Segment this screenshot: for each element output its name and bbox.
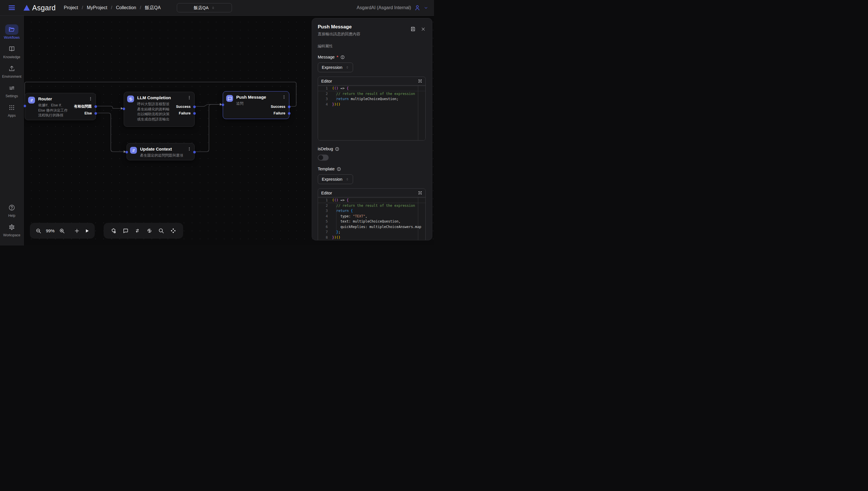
output-port[interactable] <box>288 106 291 108</box>
expand-icon[interactable] <box>418 191 422 195</box>
panel-subtitle: 直接輸出訊息的回應內容 <box>318 32 360 37</box>
book-icon <box>5 44 18 54</box>
chevron-updown-icon <box>211 6 215 10</box>
node-title: Push Message <box>236 95 266 99</box>
input-port[interactable] <box>123 108 125 110</box>
breadcrumb-item[interactable]: Collection <box>116 5 136 10</box>
sidebar-item-label: Knowledge <box>3 55 20 59</box>
message-field-label: Message * <box>318 55 426 59</box>
info-icon[interactable] <box>341 55 345 59</box>
code-line: 7 }; <box>318 229 425 235</box>
breadcrumb-item[interactable]: MyProject <box>87 5 107 10</box>
node-description: 產生固定的追問問題與選項 <box>140 153 195 158</box>
node-title: LLM Completion <box>137 95 171 100</box>
upload-icon <box>5 63 18 74</box>
run-button[interactable] <box>84 228 89 233</box>
sidebar-item-apps[interactable]: Apps <box>5 103 18 118</box>
breadcrumb-separator: / <box>82 5 83 10</box>
sliders-icon <box>5 83 18 93</box>
isdebug-toggle[interactable] <box>318 154 329 161</box>
isdebug-field-label: isDebug <box>318 147 426 151</box>
add-button[interactable] <box>74 228 80 234</box>
sidebar-item-help[interactable]: Help <box>5 202 18 218</box>
output-port-label: Else <box>84 111 92 115</box>
search-icon[interactable] <box>158 228 164 234</box>
sidebar-item-settings[interactable]: Settings <box>5 83 18 98</box>
input-port[interactable] <box>24 105 26 107</box>
chat-outline-icon[interactable] <box>123 228 129 234</box>
asgard-logo-icon <box>24 5 30 10</box>
sidebar-item-workflows[interactable]: Workflows <box>4 24 20 39</box>
node-title: Update Context <box>140 147 172 151</box>
output-port-label: 有相似問題 <box>74 104 92 109</box>
kebab-menu-icon[interactable] <box>187 95 192 101</box>
chevron-updown-icon <box>346 66 349 69</box>
node-description: 追問 <box>236 101 276 107</box>
chevron-updown-icon <box>346 177 349 181</box>
gear-icon <box>5 222 18 232</box>
template-expression-editor[interactable]: Editor 1(() => {2 // return the result o… <box>318 189 426 240</box>
account-name: AsgardAI (Asgard Internal) <box>357 5 411 10</box>
sidebar-item-label: Help <box>8 214 16 218</box>
code-line: 1(() => { <box>318 198 425 203</box>
top-navbar: Asgard Project/MyProject/Collection/飯店QA… <box>0 0 434 16</box>
menu-icon[interactable] <box>9 5 15 10</box>
zoom-out-button[interactable] <box>35 228 41 234</box>
node-add-icon[interactable] <box>110 228 116 234</box>
swap-icon <box>28 97 35 104</box>
sidebar-item-label: Apps <box>8 114 16 118</box>
workflow-select[interactable]: 飯店QA <box>177 3 232 12</box>
swap-arrows-icon[interactable] <box>134 228 140 234</box>
output-port[interactable] <box>193 112 196 115</box>
chat-icon <box>226 95 233 102</box>
breadcrumb-separator: / <box>140 5 141 10</box>
output-port-label: Failure <box>274 111 285 115</box>
message-type-select[interactable]: Expression <box>318 62 353 72</box>
kebab-menu-icon[interactable] <box>187 147 192 152</box>
sidebar-item-environment[interactable]: Environment <box>2 63 21 79</box>
editor-title: Editor <box>321 79 332 83</box>
sidebar-item-label: Settings <box>5 94 18 98</box>
save-icon[interactable] <box>410 26 416 32</box>
sidebar-item-label: Workspace <box>3 233 20 237</box>
move-diamonds-icon[interactable] <box>170 228 176 234</box>
node-description: 呼叫大型語言模型並產生結構化的資料輸出以輔助流程的決策或生成自然語言輸出 <box>137 102 172 122</box>
expand-icon[interactable] <box>418 79 422 83</box>
output-port[interactable] <box>193 151 196 153</box>
sidebar-item-workspace[interactable]: Workspace <box>3 222 20 237</box>
kebab-menu-icon[interactable] <box>88 96 93 103</box>
template-type-select[interactable]: Expression <box>318 174 353 184</box>
help-icon <box>5 202 18 213</box>
node-detail-panel: Push Message 直接輸出訊息的回應內容 編輯屬性 Message * … <box>312 18 432 240</box>
workflow-node-update-context[interactable]: Update Context產生固定的追問問題與選項 <box>127 143 195 160</box>
input-port[interactable] <box>222 104 224 106</box>
code-area[interactable]: 1(() => {2 // return the result of the e… <box>318 197 425 240</box>
code-line: 4})() <box>318 102 425 107</box>
workflow-node-llm-completion[interactable]: LLM Completion呼叫大型語言模型並產生結構化的資料輸出以輔助流程的決… <box>124 92 195 127</box>
output-port[interactable] <box>193 106 196 108</box>
sidebar-item-knowledge[interactable]: Knowledge <box>3 44 20 59</box>
breadcrumb-item[interactable]: 飯店QA <box>145 5 161 11</box>
chevron-down-icon[interactable] <box>424 5 428 10</box>
message-expression-editor[interactable]: Editor 1(() => {2 // return the result o… <box>318 77 426 141</box>
zoom-in-button[interactable] <box>59 228 65 234</box>
workflow-node-router[interactable]: Router依據If、Else If、Else 條件決定工作流程執行的路徑有相似… <box>25 93 96 120</box>
code-line: 1(() => { <box>318 86 425 91</box>
code-area[interactable]: 1(() => {2 // return the result of the e… <box>318 85 425 140</box>
person-icon[interactable] <box>414 4 421 11</box>
input-port[interactable] <box>126 151 128 153</box>
brand-name: Asgard <box>32 4 56 12</box>
output-port[interactable] <box>288 112 291 115</box>
asgard-workflow-editor: Asgard Project/MyProject/Collection/飯店QA… <box>0 0 434 246</box>
info-icon[interactable] <box>335 147 339 151</box>
workflow-node-push-message[interactable]: Push Message追問SuccessFailure <box>223 91 289 119</box>
output-port[interactable] <box>94 105 97 108</box>
kebab-menu-icon[interactable] <box>281 95 287 101</box>
editor-title: Editor <box>321 191 332 195</box>
code-line: 6 quickReplies: multipleChoiceAnswers.ma… <box>318 224 425 230</box>
breadcrumb-item[interactable]: Project <box>64 5 78 10</box>
output-port[interactable] <box>94 112 97 115</box>
close-icon[interactable] <box>421 26 426 32</box>
llm-circle-icon[interactable] <box>146 228 153 234</box>
info-icon[interactable] <box>337 167 341 171</box>
